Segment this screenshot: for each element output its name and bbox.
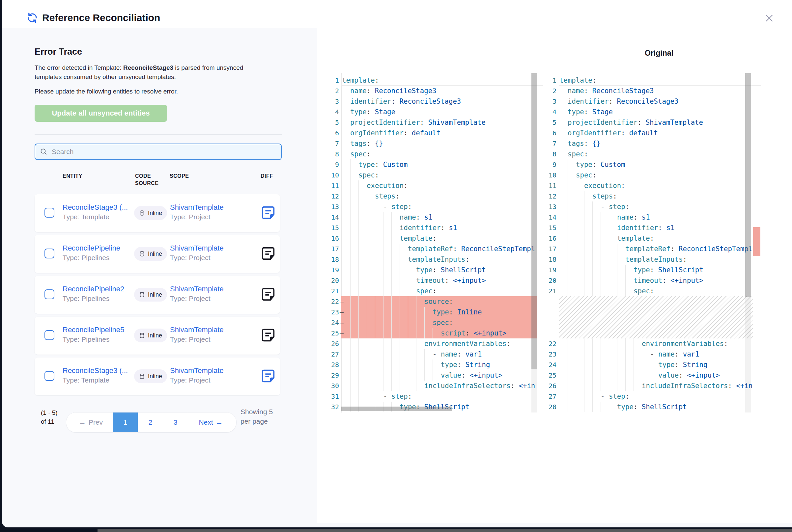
entity-link[interactable]: ReconcilePipeline <box>62 244 120 252</box>
indent-guide <box>576 349 576 360</box>
line-number: 30 <box>326 381 339 391</box>
indent-guide <box>568 381 568 391</box>
indent-guide <box>633 381 634 391</box>
indent-guide <box>391 360 392 370</box>
line-number: 5 <box>326 117 339 128</box>
indent-guide <box>576 202 576 212</box>
indent-guide <box>432 328 433 338</box>
page-button-1[interactable]: 1 <box>113 413 138 432</box>
line-number: 12 <box>543 191 556 202</box>
line-number: 29 <box>326 370 339 381</box>
vertical-scrollbar-track[interactable] <box>531 369 537 413</box>
scope-cell: ShivamTemplateType: Project <box>170 244 224 262</box>
line-number: 10 <box>543 170 556 180</box>
scope-cell: ShivamTemplateType: Project <box>170 203 224 221</box>
scope-link[interactable]: ShivamTemplate <box>170 326 224 334</box>
row-checkbox[interactable] <box>44 249 54 259</box>
indent-guide <box>568 265 568 275</box>
search-input[interactable] <box>52 148 276 156</box>
scope-link[interactable]: ShivamTemplate <box>170 203 224 212</box>
next-page-button[interactable]: Next→ <box>188 413 236 432</box>
code-text: tags: {} <box>568 138 601 149</box>
close-icon[interactable] <box>764 13 775 24</box>
vertical-scrollbar-track[interactable] <box>745 297 751 413</box>
indent-guide <box>617 275 618 286</box>
original-code-editor[interactable]: 1template:2name: ReconcileStage33identif… <box>326 73 543 413</box>
line-number: 21 <box>543 286 556 296</box>
line-number: 17 <box>326 244 339 254</box>
search-box[interactable] <box>35 144 282 160</box>
code-text: spec: <box>350 149 371 159</box>
indent-guide <box>375 275 375 286</box>
entity-link[interactable]: ReconcileStage3 (... <box>62 203 128 212</box>
entity-type-label: Type: Template <box>62 213 128 221</box>
vertical-scrollbar-thumb[interactable] <box>745 73 751 297</box>
line-number: 13 <box>543 202 556 212</box>
indent-guide <box>576 223 576 233</box>
indent-guide <box>650 370 650 381</box>
diff-icon[interactable] <box>261 246 276 261</box>
line-number: 5 <box>543 117 556 128</box>
code-line: 5projectIdentifier: ShivamTemplate <box>543 117 761 128</box>
entity-link[interactable]: ReconcileStage3 (... <box>62 366 128 375</box>
code-line: 10spec: <box>543 170 761 180</box>
indent-guide <box>350 180 351 191</box>
sync-icon <box>26 12 38 24</box>
indent-guide <box>358 286 359 296</box>
scope-link[interactable]: ShivamTemplate <box>170 366 224 375</box>
diff-icon[interactable] <box>261 327 276 343</box>
indent-guide <box>609 244 609 254</box>
page-button-3[interactable]: 3 <box>163 413 188 432</box>
prev-page-button[interactable]: ←Prev <box>66 413 113 432</box>
code-text: environmentVariables: <box>424 338 511 349</box>
line-number: 10 <box>326 170 339 180</box>
code-text: includeInfraSelectors: <+in <box>424 381 535 391</box>
code-line: 8spec: <box>543 149 761 159</box>
indent-guide <box>576 402 576 412</box>
indent-guide <box>400 296 400 307</box>
indent-guide <box>568 360 568 370</box>
code-text: identifier: s1 <box>617 223 675 233</box>
entity-link[interactable]: ReconcilePipeline2 <box>62 285 124 293</box>
horizontal-scrollbar-thumb[interactable] <box>341 406 452 411</box>
row-checkbox[interactable] <box>44 289 54 299</box>
line-number: 1 <box>326 75 339 86</box>
scope-type-label: Type: Project <box>170 213 224 221</box>
vertical-scrollbar-thumb[interactable] <box>531 73 537 369</box>
code-line: 8spec: <box>326 149 543 159</box>
scope-link[interactable]: ShivamTemplate <box>170 285 224 293</box>
row-checkbox[interactable] <box>44 371 54 381</box>
table-row: ReconcilePipelineType: PipelinesInlineSh… <box>35 235 280 273</box>
code-line: 14name: s1 <box>326 212 543 223</box>
original-panel-title: Original <box>645 49 674 58</box>
code-text: name: ReconcileStage3 <box>350 86 437 96</box>
code-source-badge: Inline <box>134 247 167 261</box>
indent-guide <box>642 349 642 360</box>
diff-icon[interactable] <box>261 205 276 220</box>
code-line: 2name: ReconcileStage3 <box>326 86 543 96</box>
indent-guide <box>358 317 359 328</box>
indent-guide <box>625 370 626 381</box>
update-all-unsynced-button[interactable]: Update all unsynced entities <box>35 105 167 122</box>
scope-link[interactable]: ShivamTemplate <box>170 244 224 252</box>
entity-link[interactable]: ReconcilePipeline5 <box>62 326 124 334</box>
code-line: 30includeInfraSelectors: <+in <box>326 381 543 391</box>
diff-icon[interactable] <box>261 368 276 383</box>
code-line: 1template: <box>326 75 543 86</box>
indent-guide <box>408 265 408 275</box>
indent-guide <box>633 360 634 370</box>
line-number: 2 <box>326 86 339 96</box>
indent-guide <box>424 328 425 338</box>
row-checkbox[interactable] <box>44 208 54 217</box>
indent-guide <box>358 307 359 317</box>
indent-guide <box>408 296 408 307</box>
indent-guide <box>408 307 408 317</box>
diff-icon[interactable] <box>261 287 276 302</box>
refreshed-code-editor[interactable]: 1template:2name: ReconcileStage33identif… <box>543 73 761 413</box>
indent-guide <box>358 381 359 391</box>
inline-icon <box>139 292 145 298</box>
indent-guide <box>609 233 609 244</box>
code-line: 27- step: <box>543 391 761 402</box>
row-checkbox[interactable] <box>44 330 54 340</box>
page-button-2[interactable]: 2 <box>138 413 163 432</box>
